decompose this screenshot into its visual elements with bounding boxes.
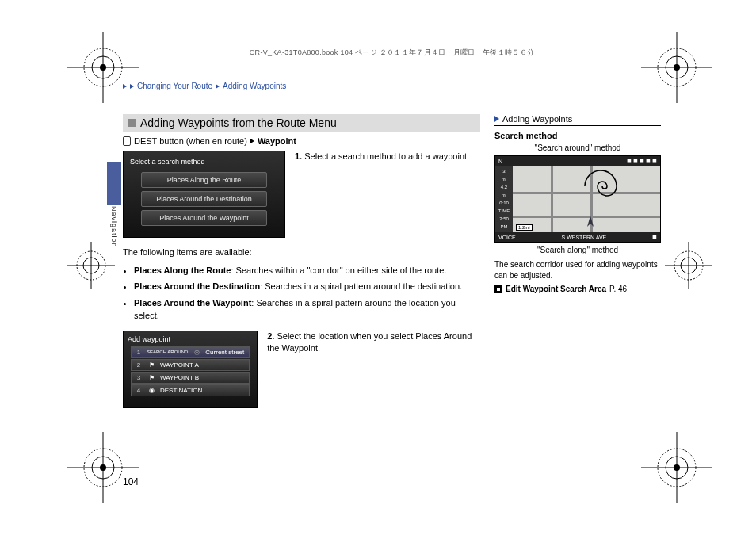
list-row: 2⚑WAYPOINT A xyxy=(131,359,250,371)
north-icon: N xyxy=(498,159,502,164)
bullet-list: Places Along the Route: Searches within … xyxy=(123,264,480,323)
vehicle-icon xyxy=(582,214,598,230)
list-row: 3⚑WAYPOINT B xyxy=(131,372,250,384)
map-screenshot: N ◼ ◼ ◼ ◼ ◼ 3 mi 4.2 mi 0:10 TIME 2:50 P… xyxy=(494,155,661,243)
dest-icon: ◉ xyxy=(147,387,156,394)
svg-point-19 xyxy=(674,464,680,471)
chevron-icon xyxy=(123,84,127,89)
screenshot-header: Select a search method xyxy=(130,158,278,166)
breadcrumb: Changing Your Route Adding Waypoints xyxy=(123,82,661,90)
svg-point-4 xyxy=(100,64,106,71)
crop-mark-ml xyxy=(67,242,115,292)
breadcrumb-item: Adding Waypoints xyxy=(223,82,286,90)
spiral-icon xyxy=(581,162,628,210)
breadcrumb-item: Changing Your Route xyxy=(137,82,212,90)
chevron-icon xyxy=(216,84,220,89)
list-row: 4◉DESTINATION xyxy=(131,384,250,396)
page-area: CR-V_KA-31T0A800.book 104 ページ ２０１１年７月４日 … xyxy=(123,48,661,487)
intro-text: The following items are available: xyxy=(123,246,480,259)
sidebar-subheading: Search method xyxy=(494,131,661,140)
nav-link: Waypoint xyxy=(258,136,296,146)
step-text: Select the location when you select xyxy=(277,331,415,341)
search-icon-label: SEARCH AROUND xyxy=(147,350,188,354)
step-1: 1. Select a search method to add a waypo… xyxy=(295,151,469,238)
cross-reference: Edit Waypoint Search Area P. 46 xyxy=(494,285,661,293)
menu-option: Places Along the Route xyxy=(141,172,267,188)
map-info-column: 3 mi 4.2 mi 0:10 TIME 2:50 PM xyxy=(495,166,513,232)
print-header: CR-V_KA-31T0A800.book 104 ページ ２０１１年７月４日 … xyxy=(123,48,661,58)
sidebar-heading: Adding Waypoints xyxy=(494,114,661,126)
flag-icon: ⚑ xyxy=(147,374,156,381)
menu-option: Places Around the Destination xyxy=(141,191,267,207)
side-tab xyxy=(107,162,121,205)
menu-option: Places Around the Waypoint xyxy=(141,210,267,226)
chevron-icon xyxy=(494,116,499,122)
chevron-icon xyxy=(250,139,254,143)
sidebar-column: Adding Waypoints Search method "Search a… xyxy=(494,114,661,416)
screenshot-search-method: Select a search method Places Along the … xyxy=(123,151,285,238)
bullet-item: Places Around the Waypoint: Searches in … xyxy=(134,296,480,323)
svg-marker-28 xyxy=(587,216,594,227)
list-row: 1 SEARCH AROUND ◎ Current street xyxy=(131,346,250,358)
chevron-icon xyxy=(130,84,134,89)
caption-top: "Search around" method xyxy=(494,143,661,152)
svg-point-14 xyxy=(100,464,106,471)
screenshot-header: Add waypoint xyxy=(128,335,253,343)
main-column: Adding Waypoints from the Route Menu DES… xyxy=(123,114,480,416)
target-icon: ◎ xyxy=(192,349,201,356)
reference-icon xyxy=(494,285,502,293)
step-text: Select a search method to add a waypoint… xyxy=(304,151,469,161)
section-heading: Adding Waypoints from the Route Menu xyxy=(123,114,480,132)
nav-path: DEST button (when en route) Waypoint xyxy=(123,136,480,146)
page-number: 104 xyxy=(123,476,139,487)
step-number: 1. xyxy=(295,151,302,161)
section-title: Adding Waypoints from the Route Menu xyxy=(140,117,337,129)
button-icon xyxy=(123,136,131,146)
bullet-item: Places Around the Destination: Searches … xyxy=(134,280,480,293)
bullet-item: Places Along the Route: Searches within … xyxy=(134,264,480,277)
map-topbar: N ◼ ◼ ◼ ◼ ◼ xyxy=(495,156,660,166)
side-tab-label: Navigation xyxy=(110,206,118,248)
map-botbar: VOICE S WESTERN AVE ◼ xyxy=(495,232,660,242)
screenshot-add-waypoint: Add waypoint 1 SEARCH AROUND ◎ Current s… xyxy=(123,331,258,408)
svg-point-9 xyxy=(674,64,680,71)
crop-mark-mr xyxy=(665,242,712,292)
step-2: 2. Select the location when you select P… xyxy=(267,331,480,408)
map-scale: 1.2mi xyxy=(516,224,533,231)
flag-icon: ⚑ xyxy=(147,361,156,369)
sidebar-note: The search corridor used for adding wayp… xyxy=(494,259,661,281)
step-number: 2. xyxy=(267,331,274,341)
square-bullet-icon xyxy=(128,119,136,127)
nav-pre: DEST button (when en route) xyxy=(134,136,247,146)
caption-bottom: "Search along" method xyxy=(494,246,661,254)
